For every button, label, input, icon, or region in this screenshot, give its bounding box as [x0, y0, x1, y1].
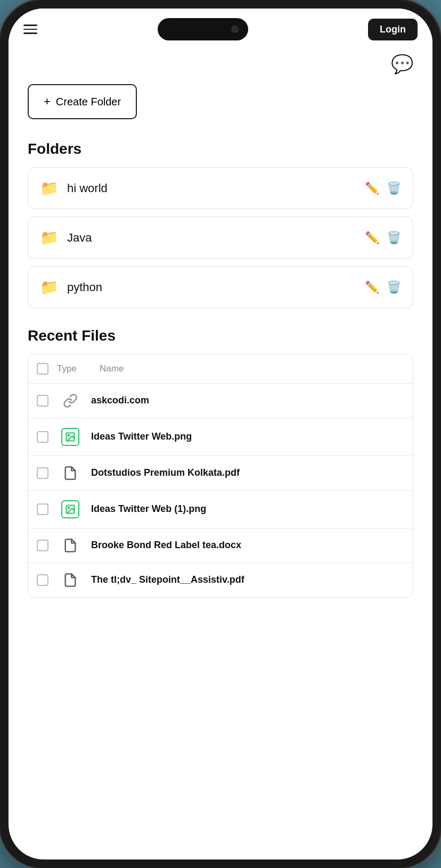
main-content: 💬 + Create Folder Folders 📁 hi world ✏️: [9, 48, 432, 856]
file-name: Dotstudios Premium Kolkata.pdf: [91, 467, 240, 479]
file-row: askcodi.com: [28, 384, 413, 418]
checkbox[interactable]: [37, 467, 48, 479]
files-table: Type Name a: [28, 354, 413, 598]
image-svg-icon: [65, 504, 76, 515]
dynamic-island: [158, 18, 248, 40]
folder-icon: 📁: [40, 229, 59, 246]
hamburger-menu-icon[interactable]: [23, 24, 37, 34]
chat-icon[interactable]: 💬: [391, 53, 413, 75]
folder-icon: 📁: [40, 179, 59, 197]
folder-item: 📁 Java ✏️ 🗑️: [28, 217, 413, 259]
checkbox[interactable]: [37, 503, 48, 515]
chat-icon-container: 💬: [28, 53, 413, 75]
delete-icon[interactable]: 🗑️: [387, 280, 401, 294]
edit-icon[interactable]: ✏️: [365, 181, 379, 195]
checkbox[interactable]: [37, 395, 48, 407]
file-name: askcodi.com: [91, 394, 149, 407]
header-checkbox-area: [37, 363, 48, 375]
checkbox[interactable]: [37, 431, 48, 443]
login-button[interactable]: Login: [368, 19, 418, 40]
file-type-icon: [57, 428, 84, 446]
folder-icon: 📁: [40, 278, 59, 296]
phone-frame: Login 💬 + Create Folder Folders 📁 hi: [0, 0, 441, 868]
folder-name: hi world: [67, 181, 108, 195]
file-name: Ideas Twitter Web.png: [91, 431, 192, 443]
image-icon: [61, 500, 79, 518]
file-checkbox: [37, 574, 48, 586]
folder-actions: ✏️ 🗑️: [365, 181, 401, 195]
header: Login: [9, 9, 432, 48]
folder-item: 📁 hi world ✏️ 🗑️: [28, 167, 413, 209]
file-checkbox: [37, 395, 48, 407]
file-type-icon: [57, 573, 84, 588]
document-icon: [63, 538, 78, 553]
file-checkbox: [37, 503, 48, 515]
delete-icon[interactable]: 🗑️: [387, 231, 401, 245]
image-icon: [61, 428, 79, 446]
header-checkbox[interactable]: [37, 363, 48, 375]
file-type-icon: [57, 466, 84, 481]
folders-section: Folders 📁 hi world ✏️ 🗑️ 📁: [28, 140, 413, 308]
file-row: Ideas Twitter Web.png: [28, 418, 413, 456]
recent-files-section: Recent Files Type Name: [28, 327, 413, 598]
folders-section-title: Folders: [28, 140, 413, 158]
col-type-header: Type: [57, 363, 94, 374]
folder-left: 📁 python: [40, 278, 102, 296]
svg-point-3: [68, 507, 69, 509]
create-folder-label: Create Folder: [56, 96, 121, 108]
file-checkbox: [37, 540, 48, 551]
file-name: Brooke Bond Red Label tea.docx: [91, 539, 241, 551]
recent-files-title: Recent Files: [28, 327, 413, 344]
checkbox[interactable]: [37, 574, 48, 586]
folder-left: 📁 hi world: [40, 179, 108, 197]
camera-dot: [231, 26, 239, 33]
document-icon: [63, 573, 78, 588]
folder-actions: ✏️ 🗑️: [365, 231, 401, 245]
folder-name: Java: [67, 231, 92, 245]
file-checkbox: [37, 467, 48, 479]
file-checkbox: [37, 431, 48, 443]
table-header: Type Name: [28, 354, 413, 384]
create-folder-button[interactable]: + Create Folder: [28, 84, 137, 119]
folder-name: python: [67, 280, 102, 294]
checkbox[interactable]: [37, 540, 48, 551]
link-icon: [63, 393, 78, 408]
folder-item: 📁 python ✏️ 🗑️: [28, 266, 413, 308]
col-name-header: Name: [100, 363, 124, 374]
file-row: The tl;dv_ Sitepoint__Assistiv.pdf: [28, 563, 413, 597]
edit-icon[interactable]: ✏️: [365, 231, 379, 245]
file-row: Dotstudios Premium Kolkata.pdf: [28, 456, 413, 491]
svg-point-1: [68, 435, 69, 436]
file-type-icon: [57, 393, 84, 408]
folder-left: 📁 Java: [40, 229, 92, 246]
edit-icon[interactable]: ✏️: [365, 280, 379, 294]
file-name: The tl;dv_ Sitepoint__Assistiv.pdf: [91, 574, 244, 586]
folder-actions: ✏️ 🗑️: [365, 280, 401, 294]
image-svg-icon: [65, 432, 76, 442]
file-name: Ideas Twitter Web (1).png: [91, 503, 206, 515]
delete-icon[interactable]: 🗑️: [387, 181, 401, 195]
phone-screen: Login 💬 + Create Folder Folders 📁 hi: [9, 9, 432, 859]
file-type-icon: [57, 538, 84, 553]
document-icon: [63, 466, 78, 481]
file-type-icon: [57, 500, 84, 518]
file-row: Brooke Bond Red Label tea.docx: [28, 528, 413, 563]
file-row: Ideas Twitter Web (1).png: [28, 491, 413, 528]
plus-icon: +: [44, 95, 51, 109]
